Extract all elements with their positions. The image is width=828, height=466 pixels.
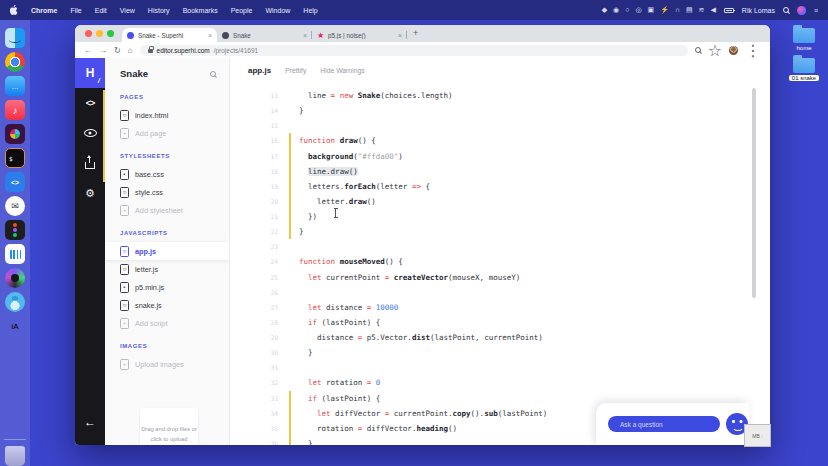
superhi-logo[interactable]: H/ bbox=[75, 58, 105, 88]
browser-menu-icon[interactable]: ⋮ bbox=[745, 41, 761, 60]
action-prettify[interactable]: Prettify bbox=[285, 67, 306, 74]
menu-item-file[interactable]: File bbox=[70, 7, 81, 14]
terminal-dock-icon[interactable]: $ bbox=[5, 148, 25, 168]
desktop-folder-home[interactable]: home bbox=[784, 28, 824, 51]
browser-tab-3[interactable]: ★p5.js | noise()× bbox=[312, 28, 407, 42]
change-bar bbox=[288, 391, 299, 406]
apple-menu-icon[interactable] bbox=[10, 5, 19, 16]
menubar-username[interactable]: Rik Lomas bbox=[742, 7, 775, 14]
tab-close-icon[interactable]: × bbox=[398, 32, 402, 39]
sidebar-item-index-html[interactable]: ☺index.html bbox=[105, 106, 229, 124]
display-status-icon[interactable]: ▤ bbox=[686, 6, 693, 14]
url-bar[interactable]: editor.superhi.com/projects/41691 bbox=[140, 45, 688, 56]
dock-divider bbox=[4, 439, 26, 440]
menu-item-view[interactable]: View bbox=[120, 7, 135, 14]
new-tab-button[interactable]: + bbox=[413, 28, 418, 38]
audio-status-icon[interactable]: ∩ bbox=[675, 6, 680, 14]
sidebar-item-app-js[interactable]: ☺app.js bbox=[105, 242, 229, 260]
battery-icon[interactable] bbox=[724, 8, 734, 13]
messages-dock-icon[interactable]: … bbox=[5, 76, 25, 96]
back-button[interactable]: ← bbox=[84, 46, 92, 55]
trash-dock-icon[interactable] bbox=[5, 446, 25, 466]
code-actions: PrettifyHide Warnings bbox=[285, 67, 364, 74]
sidebar-item-add-stylesheet[interactable]: +Add stylesheet bbox=[105, 201, 229, 219]
sidebar-item-upload-images[interactable]: +Upload images bbox=[105, 355, 229, 373]
zoom-window-button[interactable] bbox=[107, 30, 114, 37]
zoom-page-icon[interactable] bbox=[695, 47, 701, 53]
settings-gear-icon[interactable]: ⚙ bbox=[75, 178, 105, 208]
tab-close-icon[interactable]: × bbox=[303, 32, 307, 39]
folder-label: home bbox=[796, 45, 811, 51]
change-bar bbox=[288, 285, 299, 300]
line-number: 22 bbox=[230, 224, 288, 239]
profile-avatar[interactable] bbox=[729, 46, 738, 55]
bookmark-star-icon[interactable]: ☆ bbox=[708, 41, 722, 60]
camera-status-icon[interactable]: ▣ bbox=[648, 6, 655, 14]
sidebar-item-snake-js[interactable]: ☺snake.js bbox=[105, 296, 229, 314]
share-upload-icon[interactable] bbox=[75, 148, 105, 178]
browser-tab-1[interactable]: Snake - Superhi× bbox=[122, 28, 217, 42]
menu-item-chrome[interactable]: Chrome bbox=[31, 7, 57, 14]
vscode-dock-icon[interactable]: <> bbox=[5, 172, 25, 192]
line-number: 26 bbox=[230, 285, 288, 300]
target-status-icon[interactable]: ◎ bbox=[635, 6, 641, 14]
circle-status-icon[interactable]: ○ bbox=[625, 6, 629, 14]
code-editor[interactable]: app.js PrettifyHide Warnings 13 line = n… bbox=[230, 58, 770, 445]
line-number: 21 bbox=[230, 209, 288, 224]
chrome-dock-icon[interactable] bbox=[5, 52, 25, 72]
menu-item-people[interactable]: People bbox=[231, 7, 253, 14]
search-icon[interactable] bbox=[210, 71, 216, 77]
file-dropzone[interactable]: Drag and drop files or click to upload bbox=[140, 408, 198, 445]
twitter-dock-icon[interactable] bbox=[5, 292, 25, 312]
sidebar-item-letter-js[interactable]: ☺letter.js bbox=[105, 260, 229, 278]
code-view-icon[interactable]: <> bbox=[75, 88, 105, 118]
secure-lock-icon[interactable] bbox=[148, 49, 153, 53]
spotlight-icon[interactable] bbox=[783, 7, 789, 13]
volume-status-icon[interactable]: ◀ bbox=[710, 6, 715, 14]
wifi-status-icon[interactable]: ≋ bbox=[699, 6, 705, 14]
menu-item-window[interactable]: Window bbox=[265, 7, 290, 14]
home-button[interactable]: ⌂ bbox=[128, 46, 133, 55]
sidebar-item-base-css[interactable]: ▪base.css bbox=[105, 165, 229, 183]
close-window-button[interactable] bbox=[85, 30, 92, 37]
preview-eye-icon[interactable] bbox=[75, 118, 105, 148]
intercom-dock-icon[interactable] bbox=[5, 244, 25, 264]
ask-question-button[interactable]: Ask a question bbox=[608, 416, 720, 432]
record-status-icon[interactable]: ◉ bbox=[613, 6, 619, 14]
sidebar-item-add-page[interactable]: +Add page bbox=[105, 124, 229, 142]
screenflow-dock-icon[interactable] bbox=[5, 268, 25, 288]
code-text: let diffVector = currentPoint.copy().sub… bbox=[299, 406, 547, 421]
line-number: 18 bbox=[230, 164, 288, 179]
slack-dock-icon[interactable] bbox=[5, 124, 25, 144]
menu-item-help[interactable]: Help bbox=[303, 7, 317, 14]
sidebar-item-label: letter.js bbox=[135, 265, 158, 274]
desktop-folder-01-snake[interactable]: 01 snake bbox=[784, 58, 824, 81]
mail-dock-icon[interactable]: ✉ bbox=[5, 196, 25, 216]
code-line: 23 bbox=[230, 239, 770, 254]
bolt-status-icon[interactable]: ⚡ bbox=[660, 6, 669, 14]
sidebar-item-style-css[interactable]: ☺style.css bbox=[105, 183, 229, 201]
notification-center-icon[interactable]: ≡ bbox=[814, 7, 818, 14]
ia-writer-dock-icon[interactable]: iA bbox=[5, 316, 25, 336]
sidebar-item-p5-min-js[interactable]: ▪p5.min.js bbox=[105, 278, 229, 296]
desktop: ChromeFileEditViewHistoryBookmarksPeople… bbox=[0, 0, 828, 466]
tab-close-icon[interactable]: × bbox=[208, 32, 212, 39]
reload-button[interactable]: ↻ bbox=[114, 46, 121, 55]
code-line: 31 bbox=[230, 360, 770, 375]
back-arrow-button[interactable]: ← bbox=[75, 415, 105, 429]
minimize-window-button[interactable] bbox=[96, 30, 103, 37]
siri-icon[interactable] bbox=[797, 6, 806, 15]
finder-dock-icon[interactable] bbox=[5, 28, 25, 48]
menu-item-edit[interactable]: Edit bbox=[95, 7, 107, 14]
action-hide-warnings[interactable]: Hide Warnings bbox=[320, 67, 364, 74]
editor-scrollbar[interactable] bbox=[752, 88, 756, 298]
menu-item-bookmarks[interactable]: Bookmarks bbox=[183, 7, 218, 14]
music-dock-icon[interactable]: ♪ bbox=[5, 100, 25, 120]
forward-button[interactable]: → bbox=[99, 46, 107, 55]
sidebar-item-add-script[interactable]: +Add script bbox=[105, 314, 229, 332]
figma-dock-icon[interactable] bbox=[5, 220, 25, 240]
browser-tab-2[interactable]: Snake× bbox=[217, 28, 312, 42]
shield-status-icon[interactable]: ◆ bbox=[602, 6, 607, 14]
menu-item-history[interactable]: History bbox=[148, 7, 170, 14]
background-window-edge[interactable]: MB : bbox=[744, 424, 771, 447]
